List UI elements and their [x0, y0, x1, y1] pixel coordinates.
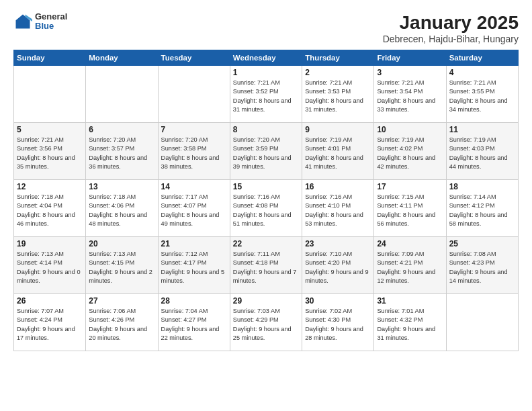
day-number: 31 — [377, 296, 443, 306]
day-info: Sunrise: 7:12 AM Sunset: 4:17 PM Dayligh… — [161, 250, 227, 285]
header-saturday: Saturday — [446, 50, 518, 66]
table-row: 20Sunrise: 7:13 AM Sunset: 4:15 PM Dayli… — [86, 237, 158, 294]
day-info: Sunrise: 7:19 AM Sunset: 4:03 PM Dayligh… — [449, 136, 515, 171]
day-number: 14 — [161, 182, 227, 191]
table-row: 19Sunrise: 7:13 AM Sunset: 4:14 PM Dayli… — [14, 237, 86, 294]
day-number: 19 — [17, 239, 83, 248]
logo-text: General Blue — [35, 12, 67, 32]
table-row: 22Sunrise: 7:11 AM Sunset: 4:18 PM Dayli… — [230, 237, 302, 294]
table-row: 23Sunrise: 7:10 AM Sunset: 4:20 PM Dayli… — [302, 237, 374, 294]
day-number: 3 — [377, 68, 443, 77]
day-number: 1 — [233, 68, 299, 77]
day-info: Sunrise: 7:04 AM Sunset: 4:27 PM Dayligh… — [161, 307, 227, 342]
day-info: Sunrise: 7:21 AM Sunset: 3:55 PM Dayligh… — [449, 79, 515, 114]
logo-icon — [13, 12, 32, 31]
day-number: 5 — [17, 125, 83, 134]
day-info: Sunrise: 7:08 AM Sunset: 4:23 PM Dayligh… — [449, 250, 515, 285]
day-number: 16 — [305, 182, 371, 191]
calendar-week-row: 5Sunrise: 7:21 AM Sunset: 3:56 PM Daylig… — [14, 123, 519, 180]
day-info: Sunrise: 7:16 AM Sunset: 4:10 PM Dayligh… — [305, 193, 371, 228]
day-number: 28 — [161, 296, 227, 306]
table-row: 9Sunrise: 7:19 AM Sunset: 4:01 PM Daylig… — [302, 123, 374, 180]
day-info: Sunrise: 7:17 AM Sunset: 4:07 PM Dayligh… — [161, 193, 227, 228]
day-number: 26 — [17, 296, 83, 306]
day-info: Sunrise: 7:09 AM Sunset: 4:21 PM Dayligh… — [377, 250, 443, 285]
table-row: 15Sunrise: 7:16 AM Sunset: 4:08 PM Dayli… — [230, 180, 302, 237]
table-row: 4Sunrise: 7:21 AM Sunset: 3:55 PM Daylig… — [446, 66, 518, 123]
day-info: Sunrise: 7:21 AM Sunset: 3:54 PM Dayligh… — [377, 79, 443, 114]
day-info: Sunrise: 7:21 AM Sunset: 3:52 PM Dayligh… — [233, 79, 299, 114]
day-number: 24 — [377, 239, 443, 248]
day-number: 30 — [305, 296, 371, 306]
calendar-week-row: 19Sunrise: 7:13 AM Sunset: 4:14 PM Dayli… — [14, 237, 519, 294]
table-row: 24Sunrise: 7:09 AM Sunset: 4:21 PM Dayli… — [374, 237, 446, 294]
day-info: Sunrise: 7:18 AM Sunset: 4:04 PM Dayligh… — [17, 193, 83, 228]
day-number: 17 — [377, 182, 443, 191]
day-number: 7 — [161, 125, 227, 134]
day-number: 9 — [305, 125, 371, 134]
table-row: 21Sunrise: 7:12 AM Sunset: 4:17 PM Dayli… — [158, 237, 230, 294]
title-area: January 2025 Debrecen, Hajdu-Bihar, Hung… — [383, 12, 519, 44]
day-number: 13 — [89, 182, 154, 191]
day-info: Sunrise: 7:11 AM Sunset: 4:18 PM Dayligh… — [233, 250, 299, 285]
day-number: 23 — [305, 239, 371, 248]
header-friday: Friday — [374, 50, 446, 66]
table-row: 31Sunrise: 7:01 AM Sunset: 4:32 PM Dayli… — [374, 294, 446, 351]
table-row: 18Sunrise: 7:14 AM Sunset: 4:12 PM Dayli… — [446, 180, 518, 237]
table-row: 25Sunrise: 7:08 AM Sunset: 4:23 PM Dayli… — [446, 237, 518, 294]
day-number: 2 — [305, 68, 371, 77]
table-row: 16Sunrise: 7:16 AM Sunset: 4:10 PM Dayli… — [302, 180, 374, 237]
table-row: 27Sunrise: 7:06 AM Sunset: 4:26 PM Dayli… — [86, 294, 158, 351]
day-info: Sunrise: 7:02 AM Sunset: 4:30 PM Dayligh… — [305, 307, 371, 342]
logo-general: General — [35, 12, 67, 21]
table-row: 6Sunrise: 7:20 AM Sunset: 3:57 PM Daylig… — [86, 123, 158, 180]
day-number: 27 — [89, 296, 154, 306]
day-number: 22 — [233, 239, 299, 248]
day-number: 29 — [233, 296, 299, 306]
day-number: 18 — [449, 182, 515, 191]
day-info: Sunrise: 7:14 AM Sunset: 4:12 PM Dayligh… — [449, 193, 515, 228]
table-row: 2Sunrise: 7:21 AM Sunset: 3:53 PM Daylig… — [302, 66, 374, 123]
table-row: 12Sunrise: 7:18 AM Sunset: 4:04 PM Dayli… — [14, 180, 86, 237]
day-info: Sunrise: 7:01 AM Sunset: 4:32 PM Dayligh… — [377, 307, 443, 342]
day-number: 12 — [17, 182, 83, 191]
calendar-title: January 2025 — [383, 12, 519, 34]
day-info: Sunrise: 7:18 AM Sunset: 4:06 PM Dayligh… — [89, 193, 154, 228]
table-row — [86, 66, 158, 123]
day-info: Sunrise: 7:19 AM Sunset: 4:02 PM Dayligh… — [377, 136, 443, 171]
table-row: 17Sunrise: 7:15 AM Sunset: 4:11 PM Dayli… — [374, 180, 446, 237]
table-row: 13Sunrise: 7:18 AM Sunset: 4:06 PM Dayli… — [86, 180, 158, 237]
day-number: 21 — [161, 239, 227, 248]
table-row: 30Sunrise: 7:02 AM Sunset: 4:30 PM Dayli… — [302, 294, 374, 351]
table-row: 26Sunrise: 7:07 AM Sunset: 4:24 PM Dayli… — [14, 294, 86, 351]
logo-blue: Blue — [35, 21, 67, 31]
day-info: Sunrise: 7:03 AM Sunset: 4:29 PM Dayligh… — [233, 307, 299, 342]
table-row — [446, 294, 518, 351]
table-row: 10Sunrise: 7:19 AM Sunset: 4:02 PM Dayli… — [374, 123, 446, 180]
table-row: 14Sunrise: 7:17 AM Sunset: 4:07 PM Dayli… — [158, 180, 230, 237]
day-number: 25 — [449, 239, 515, 248]
day-info: Sunrise: 7:19 AM Sunset: 4:01 PM Dayligh… — [305, 136, 371, 171]
day-info: Sunrise: 7:06 AM Sunset: 4:26 PM Dayligh… — [89, 307, 154, 342]
day-info: Sunrise: 7:13 AM Sunset: 4:15 PM Dayligh… — [89, 250, 154, 285]
day-info: Sunrise: 7:15 AM Sunset: 4:11 PM Dayligh… — [377, 193, 443, 228]
day-number: 6 — [89, 125, 154, 134]
header-sunday: Sunday — [14, 50, 86, 66]
table-row — [14, 66, 86, 123]
header-thursday: Thursday — [302, 50, 374, 66]
day-info: Sunrise: 7:10 AM Sunset: 4:20 PM Dayligh… — [305, 250, 371, 285]
day-number: 15 — [233, 182, 299, 191]
header-wednesday: Wednesday — [230, 50, 302, 66]
table-row: 29Sunrise: 7:03 AM Sunset: 4:29 PM Dayli… — [230, 294, 302, 351]
table-row: 1Sunrise: 7:21 AM Sunset: 3:52 PM Daylig… — [230, 66, 302, 123]
day-info: Sunrise: 7:07 AM Sunset: 4:24 PM Dayligh… — [17, 307, 83, 342]
header: General Blue January 2025 Debrecen, Hajd… — [13, 12, 519, 44]
day-number: 11 — [449, 125, 515, 134]
table-row: 7Sunrise: 7:20 AM Sunset: 3:58 PM Daylig… — [158, 123, 230, 180]
calendar-week-row: 1Sunrise: 7:21 AM Sunset: 3:52 PM Daylig… — [14, 66, 519, 123]
day-number: 10 — [377, 125, 443, 134]
weekday-header-row: Sunday Monday Tuesday Wednesday Thursday… — [14, 50, 519, 66]
calendar-week-row: 26Sunrise: 7:07 AM Sunset: 4:24 PM Dayli… — [14, 294, 519, 351]
day-info: Sunrise: 7:21 AM Sunset: 3:56 PM Dayligh… — [17, 136, 83, 171]
table-row — [158, 66, 230, 123]
